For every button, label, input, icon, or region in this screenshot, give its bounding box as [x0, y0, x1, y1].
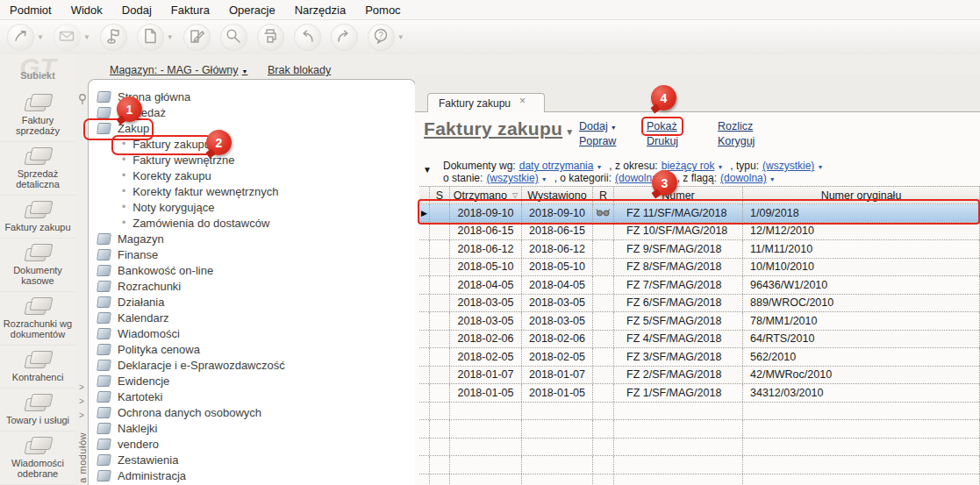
sidebar-item-towary-i-uslugi[interactable]: Towary i usługi [0, 389, 75, 432]
menu-item-operacje[interactable]: Operacje [219, 2, 285, 18]
tree-item-magazyn[interactable]: Magazyn [89, 231, 415, 246]
tree-item-zestawienia[interactable]: Zestawienia [89, 452, 415, 467]
toolbar-button-undo-arrow[interactable] [294, 24, 321, 51]
filter-value-wszystkie[interactable]: (wszystkie) [486, 172, 538, 184]
action-link-koryguj[interactable]: Koryguj [718, 135, 755, 147]
table-row[interactable]: 2018-04-052018-04-05FZ 7/SF/MAG/20189643… [419, 276, 980, 295]
tree-item-vendero[interactable]: vendero [89, 436, 415, 452]
toolbar-button-open-arrow[interactable] [7, 24, 34, 51]
cell-s [430, 295, 450, 312]
toolbar-button-help-bubble[interactable]: ? [368, 24, 395, 51]
cell-numer-oryginalu: 562/2010 [743, 348, 980, 366]
tree-item-noty-korygujace[interactable]: •Noty korygujące [89, 199, 415, 215]
chevron-right-icon[interactable]: > [79, 395, 84, 409]
chevron-down-icon[interactable]: ▼ [769, 176, 776, 182]
chevron-down-icon[interactable]: ▼ [717, 164, 723, 170]
table-row[interactable]: 2018-01-072018-01-07FZ 2/SF/MAG/201842/M… [419, 367, 980, 385]
table-row[interactable]: 2018-05-102018-05-10FZ 8/SF/MAG/201810/M… [419, 259, 980, 277]
strip-expander-chevrons[interactable]: >>> [79, 381, 84, 423]
chevron-down-icon[interactable]: ▼ [397, 33, 404, 41]
sidebar-item-faktury-zakupu[interactable]: Faktury zakupu [0, 196, 75, 239]
chevron-down-icon[interactable]: ▼ [541, 176, 547, 182]
menu-item-widok[interactable]: Widok [61, 2, 112, 18]
chevron-down-icon[interactable]: ▼ [83, 33, 90, 41]
table-row[interactable]: 2018-03-052018-03-05FZ 6/SF/MAG/2018889/… [419, 295, 980, 313]
column-header-numer[interactable]: Numer [614, 187, 743, 203]
sidebar-item-faktury-sprzedazy[interactable]: Faktury sprzedaży [0, 89, 75, 142]
tree-item-finanse[interactable]: Finanse [89, 246, 415, 262]
chevron-down-icon[interactable]: ▼ [817, 164, 823, 170]
chevron-right-icon[interactable]: > [79, 381, 84, 395]
sidebar-item-dokumenty-kasowe[interactable]: Dokumenty kasowe [0, 239, 75, 292]
tree-item-ewidencje[interactable]: Ewidencje [89, 373, 415, 389]
tree-item-administracja[interactable]: Administracja [89, 467, 415, 483]
table-row[interactable]: 2018-02-062018-02-06FZ 4/SF/MAG/201864/R… [419, 331, 980, 349]
sidebar-item-rozrachunki-wg-dokumentow[interactable]: Rozrachunki wg dokumentów [0, 292, 75, 346]
action-group-1: PokażDrukuj [647, 120, 678, 147]
toolbar-button-redo-arrow[interactable] [331, 24, 358, 51]
chevron-down-icon[interactable]: ▼ [167, 33, 174, 41]
tree-item-polityka-cenowa[interactable]: Polityka cenowa [89, 341, 415, 357]
tree-item-dzialania[interactable]: Działania [89, 294, 415, 310]
chevron-right-icon[interactable]: > [79, 409, 84, 423]
bullet-icon: • [122, 185, 125, 197]
filter-value-dowolna[interactable]: (dowolna) [720, 172, 767, 184]
menu-item-dodaj[interactable]: Dodaj [112, 2, 161, 18]
filter-toggle-icon[interactable]: ▼ [423, 165, 432, 175]
tree-item-wiadomosci[interactable]: Wiadomości [89, 325, 415, 341]
tree-item-korekty-zakupu[interactable]: •Korekty zakupu [89, 168, 415, 183]
action-link-dodaj[interactable]: Dodaj [579, 120, 608, 132]
table-row[interactable]: 2018-03-052018-03-05FZ 5/SF/MAG/201878/M… [419, 312, 980, 331]
column-header-otrzymano[interactable]: Otrzymano▽ [450, 187, 522, 203]
toolbar-button-edit-document[interactable] [183, 24, 211, 51]
pin-icon[interactable] [76, 93, 89, 109]
tree-item-ochrona-danych-osobowych[interactable]: Ochrona danych osobowych [89, 404, 415, 420]
tree-item-rozrachunki[interactable]: Rozrachunki [89, 278, 415, 294]
tree-item-kartoteki[interactable]: Kartoteki [89, 389, 415, 404]
magazyn-selector[interactable]: Magazyn: - MAG - Główny▼ [110, 64, 248, 76]
tree-item-zakup[interactable]: Zakup [89, 120, 415, 136]
menu-item-podmiot[interactable]: Podmiot [0, 2, 61, 18]
toolbar-button-new-document[interactable] [137, 24, 164, 51]
tab-close-icon[interactable]: × [519, 95, 526, 107]
menu-item-narzedzia[interactable]: Narzędzia [285, 2, 356, 18]
sidebar-item-sprzedaz-detaliczna[interactable]: Sprzedaż detaliczna [0, 142, 75, 196]
table-row[interactable]: 2018-01-052018-01-05FZ 1/SF/MAG/20183431… [419, 384, 980, 403]
table-row[interactable]: 2018-06-122018-06-12FZ 9/SF/MAG/201811/M… [419, 240, 980, 259]
table-row[interactable]: ▶2018-09-102018-09-10FZ 11/SF/MAG/20181/… [419, 204, 980, 223]
sidebar-item-wiadomosci-odebrane[interactable]: Wiadomości odebrane [0, 432, 75, 485]
tree-item-korekty-faktur-wewnetrznych[interactable]: •Korekty faktur wewnętrznych [89, 183, 415, 199]
column-header-s[interactable]: S [430, 187, 450, 203]
tree-item-deklaracje-i-e-sprawozdawczosc[interactable]: Deklaracje i e-Sprawozdawczość [89, 357, 415, 373]
filter-value-biezacy-rok[interactable]: bieżący rok [662, 160, 715, 172]
chevron-down-icon[interactable]: ▼ [596, 164, 602, 170]
sidebar-item-kontrahenci[interactable]: Kontrahenci [0, 346, 75, 389]
column-header-numer-oryginalu[interactable]: Numer oryginału [743, 187, 980, 203]
tab-faktury-zakupu[interactable]: Faktury zakupu × [427, 93, 545, 112]
filter-value-daty-otrzymania[interactable]: daty otrzymania [519, 160, 594, 172]
tree-item-zamowienia-do-dostawcow[interactable]: •Zamówienia do dostawców [89, 215, 415, 231]
menu-item-faktura[interactable]: Faktura [161, 2, 219, 18]
tree-item-naklejki[interactable]: Naklejki [89, 420, 415, 436]
settlements-by-documents-icon [24, 296, 52, 316]
toolbar-button-printer[interactable] [257, 24, 284, 51]
tree-item-faktury-zakupu[interactable]: •Faktury zakupu [89, 136, 415, 152]
menu-item-pomoc[interactable]: Pomoc [355, 2, 410, 18]
blokada-link[interactable]: Brak blokady [268, 64, 331, 76]
chevron-down-icon[interactable]: ▼ [37, 33, 44, 41]
page-title[interactable]: Faktury zakupu▼ [424, 118, 574, 139]
toolbar-button-flag-pin[interactable] [100, 24, 127, 51]
tree-item-faktury-wewnetrzne[interactable]: •Faktury wewnętrzne [89, 152, 415, 168]
toolbar-button-find[interactable] [220, 24, 247, 51]
table-row[interactable]: 2018-02-052018-02-05FZ 3/SF/MAG/2018562/… [419, 348, 980, 367]
action-link-popraw[interactable]: Popraw [579, 135, 617, 147]
tree-item-kalendarz[interactable]: Kalendarz [89, 310, 415, 325]
action-link-drukuj[interactable]: Drukuj [647, 135, 678, 147]
column-header-wystawiono[interactable]: Wystawiono [522, 187, 593, 203]
column-header-r[interactable]: R [593, 187, 614, 203]
table-row[interactable]: 2018-06-152018-06-15FZ 10/SF/MAG/201812/… [419, 223, 980, 241]
filter-value-wszystkie[interactable]: (wszystkie) [762, 160, 814, 172]
tree-item-bankowosc-on-line[interactable]: Bankowość on-line [89, 262, 415, 278]
action-link-rozlicz[interactable]: Rozlicz [718, 120, 753, 132]
action-link-pokaz[interactable]: Pokaż [647, 120, 677, 132]
